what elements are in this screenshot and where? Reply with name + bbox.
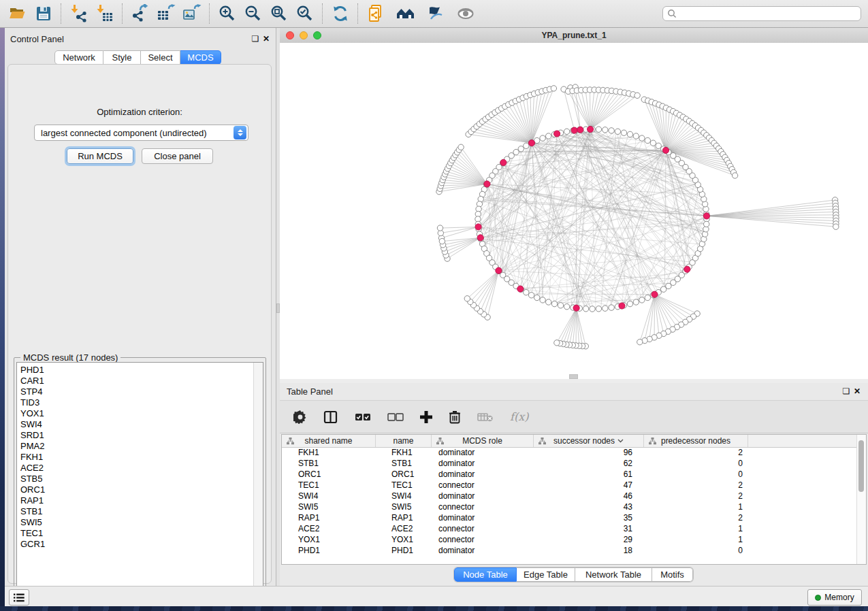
table-cell-mcds_role[interactable]: dominator [432, 546, 534, 555]
tab-select[interactable]: Select [141, 50, 180, 65]
close-table-panel-icon[interactable]: ✕ [852, 386, 863, 397]
tab-node-table[interactable]: Node Table [454, 567, 517, 582]
table-cell-predecessor_nodes[interactable]: 2 [644, 513, 748, 523]
delete-column-icon[interactable] [449, 408, 461, 426]
network-node[interactable] [546, 133, 551, 139]
network-node[interactable] [609, 128, 614, 133]
table-cell-successor_nodes[interactable]: 31 [534, 524, 644, 533]
table-cell-successor_nodes[interactable]: 47 [534, 480, 644, 490]
new-network-from-selection-icon[interactable] [365, 3, 387, 24]
table-cell-name[interactable]: PHD1 [376, 546, 432, 555]
table-cell-predecessor_nodes[interactable]: 0 [644, 546, 748, 555]
function-builder-icon[interactable]: f(x) [510, 408, 528, 426]
network-node[interactable] [656, 143, 661, 148]
table-cell-shared_name[interactable]: RAP1 [282, 513, 376, 523]
refresh-icon[interactable] [329, 3, 351, 24]
select-all-icon[interactable] [355, 408, 371, 426]
search-input[interactable] [677, 8, 856, 19]
deselect-all-icon[interactable] [387, 408, 404, 426]
mcds-result-item[interactable]: STB1 [20, 506, 252, 517]
table-cell-mcds_role[interactable]: dominator [432, 459, 534, 468]
column-header-name[interactable]: name [376, 435, 432, 447]
network-splitter-grip[interactable] [569, 374, 578, 379]
mcds-result-item[interactable]: ORC1 [20, 484, 252, 495]
table-cell-mcds_role[interactable]: dominator [432, 491, 534, 501]
mcds-node[interactable] [684, 266, 690, 272]
mcds-node[interactable] [528, 140, 534, 146]
network-leaf-node[interactable] [437, 225, 443, 231]
table-row[interactable]: FKH1FKH1dominator962 [282, 447, 857, 458]
mcds-node[interactable] [619, 303, 625, 309]
mcds-result-item[interactable]: STP4 [20, 386, 252, 397]
table-cell-predecessor_nodes[interactable]: 2 [644, 448, 748, 457]
tab-network[interactable]: Network [54, 50, 103, 65]
mcds-node[interactable] [484, 181, 490, 187]
tab-motifs[interactable]: Motifs [652, 567, 693, 582]
table-cell-predecessor_nodes[interactable]: 2 [644, 480, 748, 490]
network-node[interactable] [551, 301, 557, 306]
table-cell-mcds_role[interactable]: dominator [432, 469, 534, 479]
import-network-icon[interactable] [68, 3, 90, 24]
console-list-button[interactable] [9, 589, 29, 606]
table-cell-mcds_role[interactable]: connector [432, 502, 534, 512]
network-leaf-node[interactable] [439, 238, 445, 244]
mcds-result-item[interactable]: GCR1 [20, 539, 252, 550]
table-row[interactable]: ORC1ORC1dominator610 [282, 469, 857, 480]
mcds-result-item[interactable]: YOX1 [20, 408, 252, 419]
table-cell-successor_nodes[interactable]: 96 [534, 448, 644, 457]
table-row[interactable]: YOX1YOX1connector291 [282, 534, 857, 545]
table-cell-predecessor_nodes[interactable]: 2 [644, 491, 748, 501]
network-node[interactable] [596, 127, 601, 132]
table-cell-name[interactable]: ACE2 [376, 524, 432, 533]
network-leaf-node[interactable] [732, 173, 737, 178]
mcds-result-item[interactable]: FKH1 [20, 452, 252, 463]
table-cell-name[interactable]: SWI5 [376, 502, 432, 512]
houses-icon[interactable] [395, 3, 417, 24]
mcds-result-item[interactable]: TID3 [20, 397, 252, 408]
network-node[interactable] [534, 295, 540, 300]
columns-icon[interactable] [323, 408, 338, 426]
table-cell-shared_name[interactable]: YOX1 [282, 535, 376, 544]
table-cell-name[interactable]: TEC1 [376, 480, 432, 490]
eye-slash-icon[interactable] [425, 3, 447, 24]
network-node[interactable] [633, 133, 639, 139]
table-cell-name[interactable]: YOX1 [376, 535, 432, 544]
close-panel-icon[interactable]: ✕ [261, 33, 272, 44]
open-folder-icon[interactable] [7, 3, 29, 24]
mcds-result-item[interactable]: TEC1 [20, 528, 252, 539]
table-row[interactable]: TEC1TEC1connector472 [282, 480, 857, 491]
table-cell-shared_name[interactable]: ACE2 [282, 524, 376, 533]
mcds-node[interactable] [703, 213, 709, 219]
network-leaf-node[interactable] [554, 340, 560, 346]
memory-button[interactable]: Memory [807, 589, 862, 606]
table-cell-successor_nodes[interactable]: 35 [534, 513, 644, 523]
table-cell-name[interactable]: SWI4 [376, 491, 432, 501]
network-node[interactable] [627, 301, 632, 306]
mcds-result-item[interactable]: CAR1 [20, 376, 252, 386]
table-cell-successor_nodes[interactable]: 46 [534, 491, 644, 501]
table-scrollbar[interactable] [856, 435, 866, 564]
mcds-node[interactable] [571, 127, 577, 133]
table-cell-name[interactable]: ORC1 [376, 469, 432, 479]
network-node[interactable] [596, 306, 601, 312]
table-cell-successor_nodes[interactable]: 61 [534, 469, 644, 479]
network-node[interactable] [645, 295, 650, 300]
mcds-node[interactable] [577, 127, 583, 133]
network-node[interactable] [602, 127, 608, 133]
table-scrollbar-thumb[interactable] [858, 440, 864, 492]
network-node[interactable] [621, 130, 626, 135]
column-header-mcds-role[interactable]: MCDS role [432, 435, 534, 447]
mcds-result-item[interactable]: SWI4 [20, 419, 252, 430]
table-cell-shared_name[interactable]: SWI5 [282, 502, 376, 512]
network-node[interactable] [564, 129, 569, 134]
network-node[interactable] [546, 299, 551, 305]
table-cell-successor_nodes[interactable]: 62 [534, 459, 644, 468]
zoom-out-icon[interactable] [242, 3, 264, 24]
network-node[interactable] [558, 303, 563, 308]
export-network-icon[interactable] [129, 3, 151, 24]
network-canvas[interactable] [280, 43, 868, 375]
table-cell-mcds_role[interactable]: dominator [432, 513, 534, 523]
network-node[interactable] [627, 131, 632, 137]
table-cell-shared_name[interactable]: SWI4 [282, 491, 376, 501]
table-cell-shared_name[interactable]: FKH1 [282, 448, 376, 457]
